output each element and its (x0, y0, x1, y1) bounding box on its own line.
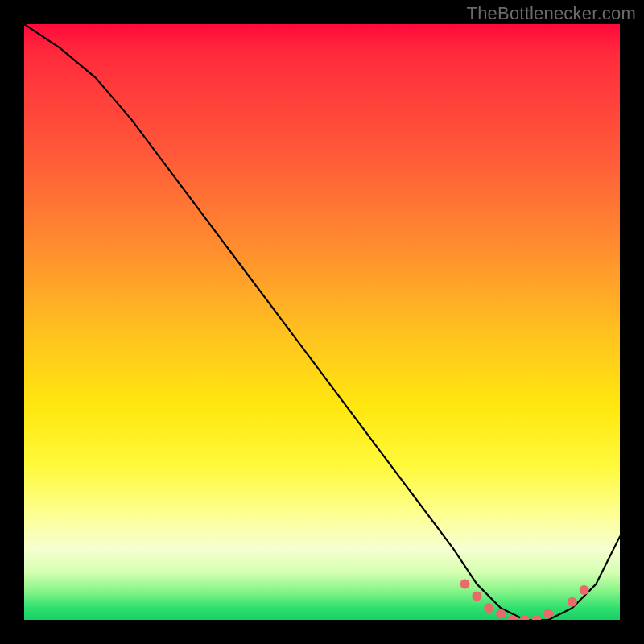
highlight-dot (484, 603, 493, 613)
watermark-text: TheBottlenecker.com (467, 3, 636, 24)
highlight-dots-group (460, 580, 589, 620)
bottleneck-curve-path (24, 24, 620, 620)
highlight-dot (543, 609, 553, 619)
highlight-dot (460, 580, 470, 589)
highlight-dot (531, 615, 541, 620)
highlight-dot (472, 591, 481, 601)
chart-frame: TheBottlenecker.com (0, 0, 644, 644)
highlight-dot (568, 597, 577, 607)
highlight-dot (496, 609, 506, 619)
highlight-dot (520, 615, 530, 620)
chart-svg (24, 24, 620, 620)
highlight-dot (580, 585, 589, 595)
